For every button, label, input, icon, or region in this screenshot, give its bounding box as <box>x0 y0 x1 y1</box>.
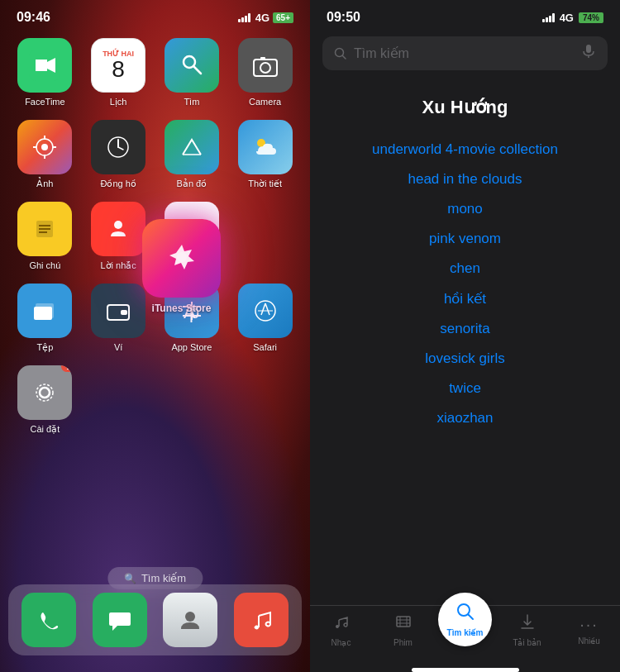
svg-point-41 <box>185 612 195 622</box>
dock-contacts[interactable] <box>159 593 223 647</box>
ghichu-label: Ghi chú <box>29 260 60 270</box>
bandoc-label: Bản đồ <box>177 179 207 189</box>
status-bar-left: 09:46 4G 65+ <box>0 0 310 30</box>
svg-line-35 <box>265 303 269 315</box>
app-anh[interactable]: Ảnh <box>12 120 78 189</box>
svg-line-16 <box>118 147 123 150</box>
trending-item-9[interactable]: xiaozhan <box>335 403 595 433</box>
bandoc-icon <box>165 120 219 174</box>
right-panel-itunes-search: 09:50 4G 74% Tìm kiếm <box>310 0 620 672</box>
trending-item-8[interactable]: twice <box>335 374 595 403</box>
svg-point-23 <box>114 221 122 229</box>
tab-tainban[interactable]: Tải bản <box>496 612 558 647</box>
anh-label: Ảnh <box>36 179 53 189</box>
battery-left: 65+ <box>273 12 293 23</box>
itunes-store-app[interactable]: iTunes Store <box>142 219 221 314</box>
appstore-label: App Store <box>171 342 212 352</box>
trending-item-1[interactable]: head in the clouds <box>335 164 595 194</box>
trending-item-2[interactable]: mono <box>335 194 595 224</box>
svg-line-34 <box>261 303 265 315</box>
app-loinhac[interactable]: Lời nhắc <box>86 202 151 271</box>
tab-phim[interactable]: Phim <box>372 612 434 647</box>
network-type-left: 4G <box>255 12 269 24</box>
trending-item-4[interactable]: chen <box>335 254 595 284</box>
tim-label: Tìm <box>184 97 199 107</box>
dongho-icon <box>91 120 145 174</box>
dongho-label: Đồng hồ <box>100 179 136 189</box>
phim-icon <box>394 612 413 636</box>
tim-icon <box>165 38 219 93</box>
safari-label: Safari <box>253 342 277 352</box>
dock-music[interactable] <box>229 593 293 647</box>
network-type-right: 4G <box>560 12 574 24</box>
tab-bar: Nhạc Phim <box>310 605 620 664</box>
loinhac-icon <box>91 202 145 256</box>
search-magnify-icon <box>334 47 347 60</box>
app-dongho[interactable]: Đồng hồ <box>86 120 151 189</box>
app-bandoc[interactable]: Bản đồ <box>160 120 225 189</box>
app-camera[interactable]: Camera <box>232 38 298 107</box>
trending-item-3[interactable]: pink venom <box>335 224 595 254</box>
facetime-label: FaceTime <box>25 97 65 107</box>
lich-icon: THỨ HAI 8 <box>91 38 145 93</box>
search-bar[interactable]: Tìm kiếm <box>322 36 608 70</box>
phone-icon <box>21 593 76 647</box>
nhieu-label: Nhiều <box>578 636 600 646</box>
tep-icon <box>17 284 72 338</box>
dock-phone[interactable] <box>17 593 81 647</box>
app-tim[interactable]: Tìm <box>160 38 225 107</box>
messages-icon <box>93 593 147 647</box>
phim-label: Phim <box>393 638 413 647</box>
svg-rect-27 <box>121 310 127 315</box>
mic-icon[interactable] <box>581 44 596 63</box>
home-indicator-right <box>412 668 519 672</box>
battery-right: 74% <box>579 12 603 23</box>
svg-line-55 <box>468 615 473 620</box>
app-tep[interactable]: Tệp <box>12 284 78 353</box>
svg-point-9 <box>41 144 48 150</box>
tab-timkiem[interactable]: Tìm kiếm <box>434 613 496 646</box>
facetime-icon <box>17 38 72 93</box>
svg-line-4 <box>193 66 201 74</box>
app-vi[interactable]: Ví <box>86 284 151 353</box>
dock-messages[interactable] <box>88 593 152 647</box>
tab-nhac[interactable]: Nhạc <box>310 612 372 647</box>
vi-icon <box>91 284 145 338</box>
vi-label: Ví <box>114 342 122 352</box>
dock-search-label: Tìm kiếm <box>141 572 186 584</box>
dock-search-icon: 🔍 <box>124 573 136 584</box>
loinhac-label: Lời nhắc <box>100 260 136 271</box>
tab-nhieu[interactable]: ··· Nhiều <box>558 615 620 646</box>
trending-item-5[interactable]: hồi kết <box>335 284 595 314</box>
time-left: 09:46 <box>17 10 50 25</box>
search-placeholder: Tìm kiếm <box>354 45 575 61</box>
status-bar-right: 09:50 4G 74% <box>310 0 620 30</box>
nhac-icon <box>332 612 351 636</box>
trending-item-0[interactable]: underworld 4-movie collection <box>335 135 595 164</box>
timkiem-circle[interactable]: Tìm kiếm <box>438 593 492 646</box>
status-icons-right: 4G 74% <box>542 12 603 24</box>
app-ghichu[interactable]: Ghi chú <box>12 202 78 271</box>
svg-point-40 <box>177 252 187 262</box>
trending-item-7[interactable]: lovesick girls <box>335 344 595 374</box>
dock <box>8 584 302 655</box>
thoitiet-label: Thời tiết <box>248 179 282 189</box>
app-lich[interactable]: THỨ HAI 8 Lịch <box>86 38 151 107</box>
search-container: Tìm kiếm <box>310 30 620 80</box>
caidat-label: Cài đặt <box>31 424 60 435</box>
app-safari[interactable]: Safari <box>232 284 298 353</box>
thoitiet-icon <box>238 120 293 174</box>
trending-section: Xu Hướng underworld 4-movie collection h… <box>310 80 620 605</box>
tainban-icon <box>518 612 537 636</box>
trending-item-6[interactable]: senorita <box>335 314 595 344</box>
app-thoitiet[interactable]: Thời tiết <box>232 120 298 189</box>
trending-title: Xu Hướng <box>335 97 595 118</box>
app-caidat[interactable]: 1 Cài đặt <box>12 365 78 435</box>
time-right: 09:50 <box>327 10 360 25</box>
tep-label: Tệp <box>36 342 53 353</box>
ghichu-icon <box>17 202 72 256</box>
app-facetime[interactable]: FaceTime <box>12 38 78 107</box>
tainban-label: Tải bản <box>513 638 541 647</box>
music-icon <box>234 593 289 647</box>
nhieu-icon: ··· <box>579 615 599 634</box>
